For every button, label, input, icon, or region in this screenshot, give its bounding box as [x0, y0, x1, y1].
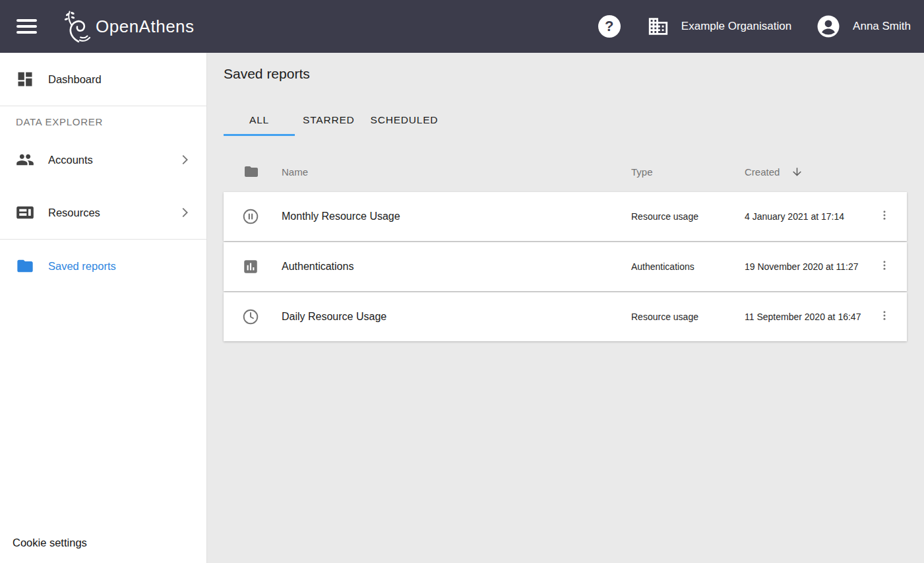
content-area: Dashboard DATA EXPLORER Accounts: [0, 53, 924, 563]
column-header-type: Type: [631, 166, 745, 178]
folder-icon: [243, 164, 259, 180]
people-icon: [16, 150, 34, 169]
chevron-right-icon: [177, 205, 192, 220]
tab-bar: ALL STARRED SCHEDULED: [224, 106, 907, 136]
sidebar-item-resources[interactable]: Resources: [0, 186, 206, 239]
user-name: Anna Smith: [853, 20, 911, 33]
user-menu[interactable]: Anna Smith: [816, 15, 911, 38]
bar-chart-icon: [242, 258, 259, 275]
pause-circle-icon: [242, 208, 259, 225]
dashboard-icon: [16, 70, 34, 88]
chevron-right-icon: [177, 152, 192, 167]
row-menu-icon[interactable]: [875, 306, 894, 328]
report-row-monthly-resource-usage[interactable]: Monthly Resource Usage Resource usage 4 …: [224, 192, 907, 241]
sidebar-item-label: Accounts: [48, 154, 93, 166]
top-bar: OpenAthens ? Example Organisation Anna S…: [0, 0, 924, 53]
report-row-daily-resource-usage[interactable]: Daily Resource Usage Resource usage 11 S…: [224, 292, 907, 341]
tab-all[interactable]: ALL: [224, 106, 295, 136]
report-created: 11 September 2020 at 16:47: [745, 312, 862, 322]
logo-text: OpenAthens: [96, 17, 195, 37]
sidebar-item-label: Resources: [48, 207, 100, 219]
account-circle-icon: [816, 15, 840, 38]
app-window: OpenAthens ? Example Organisation Anna S…: [0, 0, 924, 563]
topbar-right: ? Example Organisation Anna Smith: [598, 15, 911, 38]
report-type: Resource usage: [631, 211, 745, 222]
clock-icon: [242, 308, 259, 325]
report-type: Resource usage: [631, 312, 745, 322]
cookie-settings-link[interactable]: Cookie settings: [13, 537, 87, 549]
sidebar-section-label: DATA EXPLORER: [0, 106, 206, 133]
tab-scheduled[interactable]: SCHEDULED: [363, 106, 447, 136]
row-menu-icon[interactable]: [875, 205, 894, 228]
report-name: Daily Resource Usage: [282, 311, 631, 323]
organisation-selector[interactable]: Example Organisation: [647, 15, 816, 38]
menu-icon[interactable]: [16, 16, 37, 37]
report-list: Monthly Resource Usage Resource usage 4 …: [224, 192, 907, 341]
report-name: Authentications: [282, 261, 631, 273]
resources-layout-icon: [16, 203, 34, 222]
column-header-name: Name: [282, 166, 631, 178]
sidebar-item-label: Dashboard: [48, 73, 102, 86]
tab-starred[interactable]: STARRED: [295, 106, 363, 136]
openathens-logo: OpenAthens: [63, 9, 195, 44]
help-icon[interactable]: ?: [598, 15, 621, 38]
page-title: Saved reports: [224, 66, 907, 82]
arrow-down-icon[interactable]: [791, 166, 803, 178]
sidebar-item-label: Saved reports: [48, 260, 116, 273]
sidebar: Dashboard DATA EXPLORER Accounts: [0, 53, 207, 563]
organisation-building-icon: [647, 15, 669, 38]
column-header-created[interactable]: Created: [745, 166, 780, 178]
sidebar-item-saved-reports[interactable]: Saved reports: [0, 240, 206, 292]
report-type: Authentications: [631, 261, 745, 272]
main-panel: Saved reports ALL STARRED SCHEDULED Name…: [207, 53, 924, 563]
report-row-authentications[interactable]: Authentications Authentications 19 Novem…: [224, 242, 907, 291]
table-header: Name Type Created: [224, 151, 907, 192]
organisation-name: Example Organisation: [681, 20, 791, 33]
row-menu-icon[interactable]: [875, 255, 894, 278]
report-created: 19 November 2020 at 11:27: [745, 261, 862, 272]
report-name: Monthly Resource Usage: [282, 211, 631, 222]
sidebar-item-accounts[interactable]: Accounts: [0, 133, 206, 186]
openathens-plant-icon: [63, 9, 92, 44]
sidebar-item-dashboard[interactable]: Dashboard: [0, 53, 206, 106]
folder-icon: [16, 257, 34, 275]
report-created: 4 January 2021 at 17:14: [745, 211, 862, 222]
